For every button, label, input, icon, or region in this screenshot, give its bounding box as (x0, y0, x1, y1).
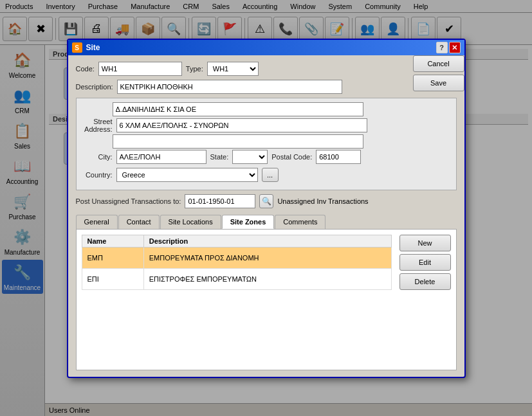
description-label: Description: (76, 83, 113, 91)
state-select[interactable] (232, 150, 268, 164)
new-zone-button[interactable]: New (399, 235, 451, 251)
zone-table-area: Name Description ΕΜΠ ΕΜΠΟΡΕΥΜΑΤΑ ΠΡΟΣ ΔΙ… (82, 235, 451, 290)
country-label: Country: (80, 171, 113, 179)
tab-bar: General Contact Site Locations Site Zone… (76, 215, 457, 229)
city-state-postal-row: City: State: Postal Code: (80, 150, 452, 164)
address-block: StreetAddress: City: State: Postal Code: (76, 98, 457, 190)
table-row[interactable]: ΕΜΠ ΕΜΠΟΡΕΥΜΑΤΑ ΠΡΟΣ ΔΙΑΝΟΜΗ (82, 248, 391, 269)
zone-table: Name Description ΕΜΠ ΕΜΠΟΡΕΥΜΑΤΑ ΠΡΟΣ ΔΙ… (82, 235, 392, 290)
tab-site-locations[interactable]: Site Locations (160, 215, 221, 229)
delete-zone-button[interactable]: Delete (399, 273, 451, 290)
type-select[interactable]: WH1 WH2 WH3 (207, 62, 259, 76)
description-row: Description: (76, 80, 457, 94)
table-row[interactable]: ΕΠΙ ΕΠΙΣΤΡΟΦΕΣ ΕΜΠΟΡΕΥΜΑΤΩΝ (82, 269, 391, 290)
modal-title-icon: S (72, 42, 82, 53)
post-transactions-search-btn[interactable]: 🔍 (259, 194, 273, 208)
modal-window-buttons: ? ✕ (436, 42, 461, 53)
modal-help-btn[interactable]: ? (436, 42, 448, 53)
zone-row1-name: ΕΜΠ (82, 248, 143, 269)
postal-code-input[interactable] (316, 150, 361, 164)
post-transactions-row: Post Unassigned Transactions to: 🔍 Unass… (76, 194, 457, 208)
address-line2-input[interactable] (116, 118, 367, 132)
table-action-buttons: New Edit Delete (399, 235, 451, 290)
modal-close-btn[interactable]: ✕ (449, 42, 461, 53)
cancel-button[interactable]: Cancel (413, 55, 464, 72)
country-row: Country: Greece ... (80, 168, 452, 182)
code-input[interactable] (98, 62, 182, 76)
country-ellipsis-btn[interactable]: ... (262, 168, 279, 182)
code-label: Code: (76, 65, 95, 73)
modal-action-buttons: Cancel Save (413, 55, 464, 91)
address-line1-row (80, 102, 452, 116)
unassigned-label: Unassigned Inv Transactions (277, 197, 368, 205)
address-line2-row: StreetAddress: (80, 118, 452, 133)
address-line3-row (80, 134, 452, 149)
modal-overlay: S Site ? ✕ Cancel Save Code: Type: WH1 W… (0, 0, 532, 416)
edit-zone-button[interactable]: Edit (399, 254, 451, 271)
city-label: City: (80, 153, 113, 161)
zone-row2-name: ΕΠΙ (82, 269, 143, 290)
zone-col-description: Description (143, 235, 391, 248)
zone-row1-description: ΕΜΠΟΡΕΥΜΑΤΑ ΠΡΟΣ ΔΙΑΝΟΜΗ (143, 248, 391, 269)
tab-site-zones[interactable]: Site Zones (222, 215, 275, 229)
post-transactions-label: Post Unassigned Transactions to: (76, 197, 181, 205)
tab-contact[interactable]: Contact (118, 215, 160, 229)
description-input[interactable] (117, 80, 342, 94)
country-select[interactable]: Greece (116, 168, 258, 182)
tab-general[interactable]: General (76, 215, 118, 229)
modal-title-text: Site (86, 43, 436, 52)
post-transactions-date-input[interactable] (185, 194, 255, 208)
modal-titlebar: S Site ? ✕ (68, 40, 464, 55)
street-address-label: StreetAddress: (80, 118, 113, 133)
zone-col-name: Name (82, 235, 143, 248)
type-label: Type: (186, 65, 203, 73)
state-label: State: (210, 153, 229, 161)
site-modal: S Site ? ✕ Cancel Save Code: Type: WH1 W… (67, 39, 466, 378)
code-type-row: Code: Type: WH1 WH2 WH3 (76, 62, 457, 76)
modal-body: Cancel Save Code: Type: WH1 WH2 WH3 Desc… (68, 55, 464, 377)
postal-code-label: Postal Code: (271, 153, 312, 161)
address-line1-input[interactable] (113, 102, 363, 116)
address-line3-input[interactable] (113, 134, 363, 149)
save-button[interactable]: Save (413, 75, 464, 91)
zone-row2-description: ΕΠΙΣΤΡΟΦΕΣ ΕΜΠΟΡΕΥΜΑΤΩΝ (143, 269, 391, 290)
tab-comments[interactable]: Comments (275, 215, 326, 229)
tab-content-site-zones: Name Description ΕΜΠ ΕΜΠΟΡΕΥΜΑΤΑ ΠΡΟΣ ΔΙ… (76, 229, 457, 370)
city-input[interactable] (116, 150, 206, 164)
